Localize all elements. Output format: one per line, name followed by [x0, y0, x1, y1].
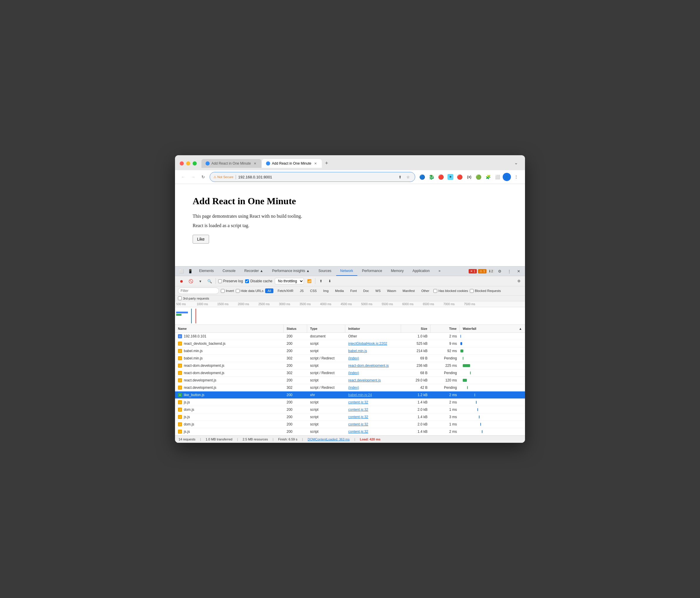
type-doc-btn[interactable]: Doc	[361, 288, 371, 293]
tab-1-close[interactable]: ✕	[252, 161, 257, 166]
disable-cache-label[interactable]: Disable cache	[245, 279, 272, 283]
filter-toggle-btn[interactable]: ▾	[197, 278, 204, 285]
tab-overflow-button[interactable]: ⌄	[512, 159, 520, 167]
bookmark-icon[interactable]: ☆	[405, 174, 411, 180]
preserve-log-checkbox[interactable]	[218, 279, 222, 283]
devtools-settings-btn[interactable]: ⚙	[496, 267, 504, 275]
timeline[interactable]: 500 ms 1000 ms 1500 ms 2000 ms 2500 ms 3…	[175, 301, 525, 325]
table-row[interactable]: J react.development.js 302 script / Redi…	[175, 384, 525, 391]
table-row[interactable]: J react-dom.development.js 302 script / …	[175, 369, 525, 377]
tab-memory[interactable]: Memory	[387, 266, 407, 276]
tab-elements[interactable]: Elements	[195, 266, 218, 276]
tab-console[interactable]: Console	[219, 266, 240, 276]
type-other-btn[interactable]: Other	[419, 288, 432, 293]
network-settings-btn[interactable]: ⚙	[516, 278, 522, 284]
tab-2-close[interactable]: ✕	[313, 161, 318, 166]
invert-checkbox-label[interactable]: Invert	[221, 289, 234, 293]
table-row[interactable]: J js.js 200 script content.js:32 1.4 kB …	[175, 413, 525, 421]
type-font-btn[interactable]: Font	[348, 288, 359, 293]
table-row[interactable]: J js.js 200 script content.js:32 1.4 kB …	[175, 428, 525, 436]
extension-green-btn[interactable]: 🟢	[475, 173, 483, 181]
menu-button[interactable]: ⋮	[512, 173, 520, 181]
devtools-responsive-btn[interactable]: 📱	[186, 267, 194, 275]
like-button[interactable]: Like	[193, 235, 209, 243]
blocked-requests-label[interactable]: Blocked Requests	[470, 289, 501, 293]
devtools-more-btn[interactable]: ⋮	[505, 267, 513, 275]
table-row[interactable]: J js.js 200 script content.js:32 1.4 kB …	[175, 399, 525, 406]
filter-input[interactable]	[178, 288, 219, 294]
clear-button[interactable]: 🚫	[188, 278, 194, 285]
th-waterfall[interactable]: Waterfall ▲	[460, 325, 525, 333]
table-row[interactable]: D 192.168.0.101 200 document Other 1.0 k…	[175, 333, 525, 340]
close-button[interactable]	[180, 161, 184, 165]
has-blocked-cookies-checkbox[interactable]	[433, 289, 437, 293]
tab-network[interactable]: Network	[336, 266, 357, 276]
extension-square-btn[interactable]: ⬜	[493, 173, 501, 181]
table-row-selected[interactable]: X like_button.js 200 xhr babel.min.js:24…	[175, 391, 525, 399]
type-all-btn[interactable]: All	[265, 288, 273, 293]
tab-sources[interactable]: Sources	[315, 266, 335, 276]
forward-button[interactable]: →	[190, 174, 197, 180]
th-initiator[interactable]: Initiator	[345, 325, 401, 333]
back-button[interactable]: ←	[180, 174, 187, 180]
minimize-button[interactable]	[186, 161, 190, 165]
extension-google-btn[interactable]: 🔵	[418, 173, 426, 181]
table-row[interactable]: J babel.min.js 200 script babel.min.js 2…	[175, 347, 525, 355]
table-row[interactable]: J react_devtools_backend.js 200 script i…	[175, 340, 525, 347]
maximize-button[interactable]	[193, 161, 197, 165]
extension-lastpass-btn[interactable]: 🔴	[437, 173, 445, 181]
invert-checkbox[interactable]	[221, 289, 225, 293]
dom-content-loaded-stat[interactable]: DOMContentLoaded: 363 ms	[308, 438, 350, 441]
tab-application[interactable]: Application	[408, 266, 434, 276]
type-manifest-btn[interactable]: Manifest	[400, 288, 417, 293]
reload-button[interactable]: ↻	[200, 174, 207, 180]
preserve-log-label[interactable]: Preserve log	[218, 279, 243, 283]
third-party-checkbox[interactable]	[178, 296, 182, 300]
throttle-select[interactable]: No throttling Fast 3G Slow 3G	[275, 278, 304, 284]
tab-2[interactable]: 🌐 Add React in One Minute ✕	[262, 159, 322, 168]
th-status[interactable]: Status	[284, 325, 307, 333]
record-button[interactable]: ⏺	[178, 278, 185, 285]
th-time[interactable]: Time	[430, 325, 460, 333]
blocked-requests-checkbox[interactable]	[470, 289, 474, 293]
type-media-btn[interactable]: Media	[333, 288, 346, 293]
tab-1[interactable]: 🌐 Add React in One Minute ✕	[201, 159, 261, 168]
disable-cache-checkbox[interactable]	[245, 279, 249, 283]
tab-performance[interactable]: Performance	[358, 266, 386, 276]
type-js-btn[interactable]: JS	[297, 288, 306, 293]
url-bar[interactable]: ⚠ Not Secure | 192.168.0.101:8001 ⬆ ☆	[210, 172, 415, 182]
extension-red-btn[interactable]: 🔴	[456, 173, 464, 181]
extension-react-btn[interactable]: ⚛	[446, 173, 454, 181]
table-row[interactable]: J react-dom.development.js 200 script re…	[175, 362, 525, 369]
has-blocked-cookies-label[interactable]: Has blocked cookies	[433, 289, 468, 293]
hide-data-urls-checkbox[interactable]	[236, 289, 240, 293]
type-ws-btn[interactable]: WS	[373, 288, 383, 293]
table-row[interactable]: J react.development.js 200 script react.…	[175, 377, 525, 384]
table-row[interactable]: J babel.min.js 302 script / Redirect (in…	[175, 355, 525, 362]
extension-avatar-btn[interactable]: 🐉	[427, 173, 436, 181]
th-name[interactable]: Name	[175, 325, 284, 333]
type-img-btn[interactable]: Img	[321, 288, 331, 293]
type-fetch-xhr-btn[interactable]: Fetch/XHR	[275, 288, 296, 293]
table-row[interactable]: J dom.js 200 script content.js:32 2.0 kB…	[175, 406, 525, 413]
th-size[interactable]: Size	[401, 325, 430, 333]
tab-recorder[interactable]: Recorder ▲	[240, 266, 268, 276]
upload-icon[interactable]: ⬆	[318, 278, 324, 284]
extension-brackets-btn[interactable]: (x)	[465, 173, 473, 181]
tab-performance-insights[interactable]: Performance insights ▲	[268, 266, 314, 276]
search-button[interactable]: 🔍	[206, 278, 213, 285]
tab-more[interactable]: »	[434, 266, 445, 276]
new-tab-button[interactable]: +	[322, 159, 331, 167]
table-row[interactable]: J dom.js 200 script content.js:32 2.0 kB…	[175, 421, 525, 428]
th-type[interactable]: Type	[307, 325, 345, 333]
load-stat[interactable]: Load: 420 ms	[360, 438, 380, 441]
download-icon[interactable]: ⬇	[326, 278, 333, 284]
extension-puzzle-btn[interactable]: 🧩	[484, 173, 492, 181]
devtools-close-btn[interactable]: ✕	[515, 267, 523, 275]
type-wasm-btn[interactable]: Wasm	[385, 288, 398, 293]
profile-button[interactable]: 👤	[503, 173, 511, 181]
share-icon[interactable]: ⬆	[397, 174, 403, 180]
hide-data-urls-checkbox-label[interactable]: Hide data URLs	[236, 289, 264, 293]
type-css-btn[interactable]: CSS	[308, 288, 319, 293]
devtools-inspect-btn[interactable]: ⬜	[177, 267, 185, 275]
